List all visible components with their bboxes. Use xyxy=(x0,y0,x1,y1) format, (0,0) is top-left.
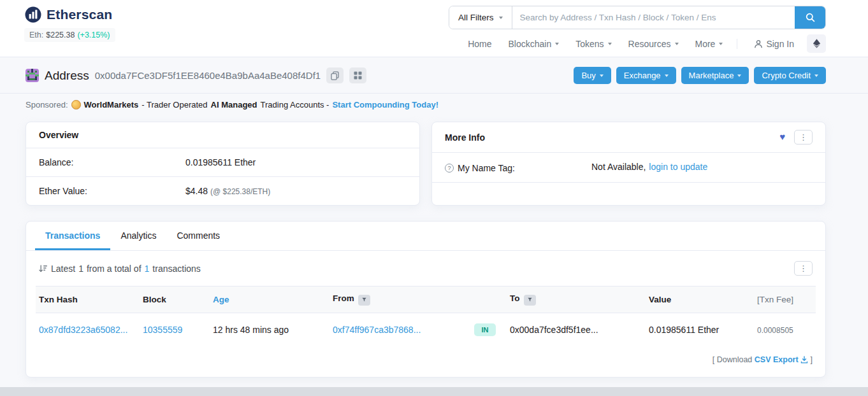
eth-price-change: (+3.15%) xyxy=(77,31,110,39)
block-link[interactable]: 10355559 xyxy=(143,325,182,335)
all-filters-label: All Filters xyxy=(458,13,494,22)
site-header: Etherscan Eth: $225.38 (+3.15%) All Filt… xyxy=(0,0,868,57)
ether-value-row: Ether Value: $4.48 (@ $225.38/ETH) xyxy=(26,177,419,205)
footer-strip xyxy=(0,387,868,396)
ether-value: $4.48 xyxy=(185,186,208,196)
nav-resources[interactable]: Resources xyxy=(628,39,679,49)
tab-comments[interactable]: Comments xyxy=(166,222,230,250)
copy-address-button[interactable] xyxy=(326,67,344,83)
csv-export-row: [ Download CSV Export ] xyxy=(36,346,816,365)
ether-rate-note: (@ $225.38/ETH) xyxy=(210,187,270,196)
chevron-down-icon xyxy=(719,43,723,45)
sponsored-banner: Sponsored: WorldMarkets - Trader Operate… xyxy=(0,94,868,116)
favorite-heart-icon[interactable]: ♥ xyxy=(779,131,785,142)
txn-hash-link[interactable]: 0x87dfd3223a65082... xyxy=(39,325,127,335)
header-right: All Filters Home Blockchain Tokens Resou… xyxy=(449,6,826,57)
more-info-card: More Info ♥ ⋮ ? My Name Tag: Not Availab… xyxy=(431,122,826,206)
etherscan-logo[interactable]: Etherscan xyxy=(24,6,115,24)
address-header: Address 0x00da7FCe3DF5f1EE8460e4Ba9bAa4a… xyxy=(0,57,868,94)
col-value: Value xyxy=(642,286,751,313)
shown-count: 1 xyxy=(78,264,83,274)
to-address-cell: 0x00da7fce3df5f1ee... xyxy=(503,313,642,346)
age-cell: 12 hrs 48 mins ago xyxy=(206,313,326,346)
nav-more[interactable]: More xyxy=(695,39,723,49)
to-filter-icon[interactable] xyxy=(524,295,536,306)
page-content: Address 0x00da7FCe3DF5f1EE8460e4Ba9bAa4a… xyxy=(0,57,868,387)
tab-analytics[interactable]: Analytics xyxy=(110,222,166,250)
login-to-update-link[interactable]: login to update xyxy=(649,162,707,172)
chevron-down-icon xyxy=(665,74,669,77)
col-from: From xyxy=(326,286,468,313)
age-toggle-link[interactable]: Age xyxy=(213,295,229,304)
nav-home[interactable]: Home xyxy=(468,39,491,49)
nav-divider xyxy=(737,39,737,49)
more-info-title: More Info xyxy=(445,132,485,143)
help-icon: ? xyxy=(445,164,454,173)
brand-column: Etherscan Eth: $225.38 (+3.15%) xyxy=(24,6,115,57)
main-nav: Home Blockchain Tokens Resources More Si… xyxy=(451,34,826,53)
table-header-row: Txn Hash Block Age From To Valu xyxy=(36,286,816,313)
medal-icon xyxy=(71,100,81,110)
crypto-credit-button[interactable]: Crypto Credit xyxy=(754,67,826,84)
nav-blockchain[interactable]: Blockchain xyxy=(509,39,560,49)
address-value: 0x00da7FCe3DF5f1EE8460e4Ba9bAa4aBe408f4D… xyxy=(95,70,321,81)
sponsored-link[interactable]: Start Compounding Today! xyxy=(332,100,438,110)
balance-label: Balance: xyxy=(39,157,185,167)
csv-export-link[interactable]: CSV Export xyxy=(755,355,799,364)
ether-value-label: Ether Value: xyxy=(39,186,185,196)
balance-row: Balance: 0.01985611 Ether xyxy=(26,148,419,177)
tab-transactions[interactable]: Transactions xyxy=(35,222,110,250)
sponsored-brand: WorldMarkets xyxy=(84,100,139,110)
balance-value: 0.01985611 Ether xyxy=(185,157,256,167)
download-icon xyxy=(800,356,808,364)
col-to: To xyxy=(503,286,642,313)
chevron-down-icon xyxy=(737,74,741,77)
nav-tokens[interactable]: Tokens xyxy=(575,39,611,49)
search-button[interactable] xyxy=(795,6,825,29)
etherscan-page: Etherscan Eth: $225.38 (+3.15%) All Filt… xyxy=(0,0,868,396)
eth-price-label: Eth: xyxy=(29,31,43,39)
address-identicon xyxy=(25,69,39,82)
search-input[interactable] xyxy=(512,6,795,29)
etherscan-logo-icon xyxy=(24,6,42,24)
chevron-down-icon xyxy=(675,43,679,45)
apps-grid-button[interactable] xyxy=(349,67,366,83)
address-actions: Buy Exchange Marketplace Crypto Credit xyxy=(574,67,826,84)
more-options-button[interactable]: ⋮ xyxy=(794,130,813,145)
transactions-summary: Latest 1 from a total of 1 transactions xyxy=(39,264,201,274)
transactions-card: Transactions Analytics Comments xyxy=(25,221,826,378)
overview-title: Overview xyxy=(39,130,78,140)
col-direction xyxy=(468,286,503,313)
chevron-down-icon xyxy=(499,17,503,19)
search-icon xyxy=(806,13,815,22)
sign-in-button[interactable]: Sign In xyxy=(754,39,794,49)
col-txn-hash: Txn Hash xyxy=(36,286,136,313)
table-options-button[interactable]: ⋮ xyxy=(794,261,813,276)
chevron-down-icon xyxy=(600,74,604,77)
all-filters-dropdown[interactable]: All Filters xyxy=(449,6,512,29)
network-button[interactable] xyxy=(807,34,826,53)
value-cell: 0.01985611 Ether xyxy=(642,313,751,346)
from-filter-icon[interactable] xyxy=(358,295,370,306)
exchange-button[interactable]: Exchange xyxy=(616,67,676,84)
txn-fee-cell: 0.0008505 xyxy=(757,326,793,335)
transactions-table: Txn Hash Block Age From To Valu xyxy=(36,286,816,346)
total-count-link[interactable]: 1 xyxy=(145,264,150,274)
chevron-down-icon xyxy=(555,43,559,45)
address-title-group: Address 0x00da7FCe3DF5f1EE8460e4Ba9bAa4a… xyxy=(25,67,366,83)
marketplace-button[interactable]: Marketplace xyxy=(681,67,749,84)
chevron-down-icon xyxy=(608,43,612,45)
name-tag-label: My Name Tag: xyxy=(458,163,515,173)
name-tag-value: Not Available, xyxy=(591,162,646,172)
page-title: Address xyxy=(45,69,89,83)
buy-button[interactable]: Buy xyxy=(574,67,611,84)
chevron-down-icon xyxy=(814,74,818,77)
sort-icon xyxy=(39,265,48,272)
from-address-link[interactable]: 0xf74ff967ca3b7868... xyxy=(333,325,421,335)
col-txn-fee: [Txn Fee] xyxy=(751,286,816,313)
search-bar: All Filters xyxy=(449,6,826,29)
transactions-section: Transactions Analytics Comments xyxy=(0,206,868,378)
eth-price-badge[interactable]: Eth: $225.38 (+3.15%) xyxy=(24,28,115,42)
overview-card: Overview Balance: 0.01985611 Ether Ether… xyxy=(25,122,420,206)
col-age: Age xyxy=(206,286,326,313)
